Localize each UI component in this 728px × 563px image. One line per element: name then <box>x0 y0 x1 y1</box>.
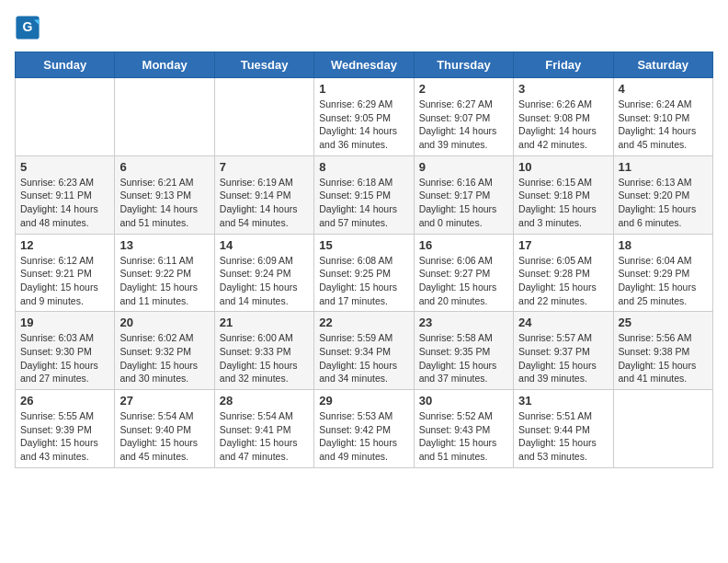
day-info: Sunrise: 6:24 AM Sunset: 9:10 PM Dayligh… <box>619 98 708 152</box>
day-info: Sunrise: 6:18 AM Sunset: 9:15 PM Dayligh… <box>319 176 408 230</box>
day-number: 16 <box>419 238 508 252</box>
day-number: 18 <box>619 238 708 252</box>
day-cell-1: 1Sunrise: 6:29 AM Sunset: 9:05 PM Daylig… <box>314 78 414 156</box>
day-info: Sunrise: 5:55 AM Sunset: 9:39 PM Dayligh… <box>20 409 109 464</box>
day-info: Sunrise: 6:16 AM Sunset: 9:17 PM Dayligh… <box>419 176 508 230</box>
day-number: 25 <box>619 316 708 329</box>
weekday-header-wednesday: Wednesday <box>314 52 414 78</box>
calendar-table: SundayMondayTuesdayWednesdayThursdayFrid… <box>15 52 713 468</box>
day-number: 4 <box>619 82 708 96</box>
day-cell-9: 9Sunrise: 6:16 AM Sunset: 9:17 PM Daylig… <box>414 155 513 234</box>
day-info: Sunrise: 5:54 AM Sunset: 9:41 PM Dayligh… <box>220 409 309 464</box>
day-info: Sunrise: 6:11 AM Sunset: 9:22 PM Dayligh… <box>119 254 209 308</box>
day-number: 7 <box>220 160 309 174</box>
day-info: Sunrise: 5:56 AM Sunset: 9:38 PM Dayligh… <box>619 331 708 385</box>
weekday-header-sunday: Sunday <box>16 52 115 78</box>
day-number: 13 <box>119 238 209 252</box>
svg-text:G: G <box>23 19 33 34</box>
day-cell-8: 8Sunrise: 6:18 AM Sunset: 9:15 PM Daylig… <box>314 155 414 234</box>
day-info: Sunrise: 6:04 AM Sunset: 9:29 PM Dayligh… <box>619 254 708 308</box>
day-info: Sunrise: 6:15 AM Sunset: 9:18 PM Dayligh… <box>518 176 608 230</box>
day-number: 24 <box>518 316 608 329</box>
day-cell-25: 25Sunrise: 5:56 AM Sunset: 9:38 PM Dayli… <box>613 312 712 390</box>
day-number: 21 <box>220 316 309 329</box>
day-cell-27: 27Sunrise: 5:54 AM Sunset: 9:40 PM Dayli… <box>115 390 214 468</box>
day-cell-4: 4Sunrise: 6:24 AM Sunset: 9:10 PM Daylig… <box>613 78 712 156</box>
weekday-header-saturday: Saturday <box>613 52 712 78</box>
day-info: Sunrise: 6:03 AM Sunset: 9:30 PM Dayligh… <box>20 331 109 385</box>
empty-cell <box>115 78 214 156</box>
day-cell-2: 2Sunrise: 6:27 AM Sunset: 9:07 PM Daylig… <box>414 78 513 156</box>
day-number: 29 <box>319 394 408 408</box>
day-info: Sunrise: 6:00 AM Sunset: 9:33 PM Dayligh… <box>220 331 309 385</box>
day-number: 27 <box>119 394 209 408</box>
day-info: Sunrise: 6:27 AM Sunset: 9:07 PM Dayligh… <box>419 98 508 152</box>
day-cell-18: 18Sunrise: 6:04 AM Sunset: 9:29 PM Dayli… <box>613 234 712 312</box>
day-cell-28: 28Sunrise: 5:54 AM Sunset: 9:41 PM Dayli… <box>214 390 313 468</box>
day-number: 17 <box>518 238 608 252</box>
day-cell-7: 7Sunrise: 6:19 AM Sunset: 9:14 PM Daylig… <box>214 155 313 234</box>
week-row-4: 19Sunrise: 6:03 AM Sunset: 9:30 PM Dayli… <box>16 312 713 390</box>
day-info: Sunrise: 5:53 AM Sunset: 9:42 PM Dayligh… <box>319 409 408 464</box>
day-number: 23 <box>419 316 508 329</box>
week-row-3: 12Sunrise: 6:12 AM Sunset: 9:21 PM Dayli… <box>16 234 713 312</box>
day-number: 26 <box>20 394 109 408</box>
day-cell-19: 19Sunrise: 6:03 AM Sunset: 9:30 PM Dayli… <box>16 312 115 390</box>
week-row-2: 5Sunrise: 6:23 AM Sunset: 9:11 PM Daylig… <box>16 155 713 234</box>
day-info: Sunrise: 6:26 AM Sunset: 9:08 PM Dayligh… <box>518 98 608 152</box>
day-cell-20: 20Sunrise: 6:02 AM Sunset: 9:32 PM Dayli… <box>115 312 214 390</box>
empty-cell <box>214 78 313 156</box>
day-cell-24: 24Sunrise: 5:57 AM Sunset: 9:37 PM Dayli… <box>514 312 613 390</box>
day-number: 28 <box>220 394 309 408</box>
day-number: 8 <box>319 160 408 174</box>
day-info: Sunrise: 5:57 AM Sunset: 9:37 PM Dayligh… <box>518 331 608 385</box>
day-cell-21: 21Sunrise: 6:00 AM Sunset: 9:33 PM Dayli… <box>214 312 313 390</box>
day-cell-5: 5Sunrise: 6:23 AM Sunset: 9:11 PM Daylig… <box>16 155 115 234</box>
day-cell-3: 3Sunrise: 6:26 AM Sunset: 9:08 PM Daylig… <box>514 78 613 156</box>
day-number: 19 <box>20 316 109 329</box>
day-cell-15: 15Sunrise: 6:08 AM Sunset: 9:25 PM Dayli… <box>314 234 414 312</box>
day-cell-10: 10Sunrise: 6:15 AM Sunset: 9:18 PM Dayli… <box>514 155 613 234</box>
day-cell-13: 13Sunrise: 6:11 AM Sunset: 9:22 PM Dayli… <box>115 234 214 312</box>
day-info: Sunrise: 6:29 AM Sunset: 9:05 PM Dayligh… <box>319 98 408 152</box>
day-info: Sunrise: 5:51 AM Sunset: 9:44 PM Dayligh… <box>518 409 608 464</box>
day-number: 10 <box>518 160 608 174</box>
logo-icon: G <box>15 15 40 40</box>
week-row-1: 1Sunrise: 6:29 AM Sunset: 9:05 PM Daylig… <box>16 78 713 156</box>
day-info: Sunrise: 6:13 AM Sunset: 9:20 PM Dayligh… <box>619 176 708 230</box>
day-number: 12 <box>20 238 109 252</box>
day-cell-23: 23Sunrise: 5:58 AM Sunset: 9:35 PM Dayli… <box>414 312 513 390</box>
week-row-5: 26Sunrise: 5:55 AM Sunset: 9:39 PM Dayli… <box>16 390 713 468</box>
day-cell-30: 30Sunrise: 5:52 AM Sunset: 9:43 PM Dayli… <box>414 390 513 468</box>
day-number: 3 <box>518 82 608 96</box>
day-cell-17: 17Sunrise: 6:05 AM Sunset: 9:28 PM Dayli… <box>514 234 613 312</box>
day-number: 15 <box>319 238 408 252</box>
day-cell-14: 14Sunrise: 6:09 AM Sunset: 9:24 PM Dayli… <box>214 234 313 312</box>
day-info: Sunrise: 5:59 AM Sunset: 9:34 PM Dayligh… <box>319 331 408 385</box>
day-cell-29: 29Sunrise: 5:53 AM Sunset: 9:42 PM Dayli… <box>314 390 414 468</box>
empty-cell <box>613 390 712 468</box>
day-info: Sunrise: 6:21 AM Sunset: 9:13 PM Dayligh… <box>119 176 209 230</box>
day-info: Sunrise: 6:09 AM Sunset: 9:24 PM Dayligh… <box>220 254 309 308</box>
logo: G <box>15 15 44 40</box>
day-number: 20 <box>119 316 209 329</box>
day-cell-26: 26Sunrise: 5:55 AM Sunset: 9:39 PM Dayli… <box>16 390 115 468</box>
day-info: Sunrise: 6:23 AM Sunset: 9:11 PM Dayligh… <box>20 176 109 230</box>
day-number: 5 <box>20 160 109 174</box>
day-number: 1 <box>319 82 408 96</box>
day-number: 9 <box>419 160 508 174</box>
day-number: 6 <box>119 160 209 174</box>
day-cell-6: 6Sunrise: 6:21 AM Sunset: 9:13 PM Daylig… <box>115 155 214 234</box>
day-info: Sunrise: 6:06 AM Sunset: 9:27 PM Dayligh… <box>419 254 508 308</box>
day-info: Sunrise: 5:58 AM Sunset: 9:35 PM Dayligh… <box>419 331 508 385</box>
day-number: 14 <box>220 238 309 252</box>
day-info: Sunrise: 6:12 AM Sunset: 9:21 PM Dayligh… <box>20 254 109 308</box>
day-info: Sunrise: 6:08 AM Sunset: 9:25 PM Dayligh… <box>319 254 408 308</box>
day-info: Sunrise: 6:05 AM Sunset: 9:28 PM Dayligh… <box>518 254 608 308</box>
day-info: Sunrise: 6:19 AM Sunset: 9:14 PM Dayligh… <box>220 176 309 230</box>
day-cell-22: 22Sunrise: 5:59 AM Sunset: 9:34 PM Dayli… <box>314 312 414 390</box>
day-cell-11: 11Sunrise: 6:13 AM Sunset: 9:20 PM Dayli… <box>613 155 712 234</box>
empty-cell <box>16 78 115 156</box>
weekday-header-thursday: Thursday <box>414 52 513 78</box>
day-info: Sunrise: 5:52 AM Sunset: 9:43 PM Dayligh… <box>419 409 508 464</box>
